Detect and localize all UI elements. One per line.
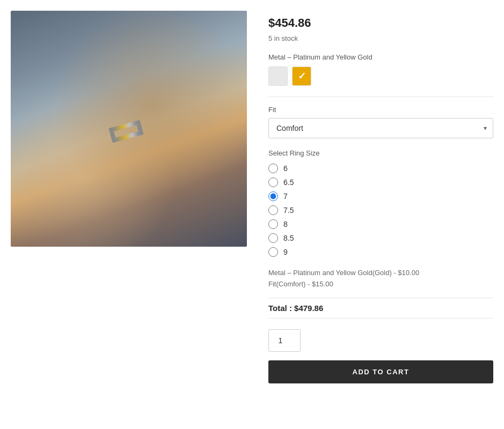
ring-size-label-65: 6.5 [283,178,294,187]
ring-size-label-75: 7.5 [283,206,294,214]
divider-1 [268,97,493,97]
metal-swatches [268,66,493,86]
fit-select-wrapper: Standard Comfort ▾ [268,118,493,138]
page-container: $454.86 5 in stock Metal – Platinum and … [0,0,504,394]
addon-fit-line: Fit(Comfort) - $15.00 [268,279,493,290]
addon-metal-line: Metal – Platinum and Yellow Gold(Gold) -… [268,268,493,279]
fit-select[interactable]: Standard Comfort [268,118,493,138]
ring-size-option-8[interactable]: 8 [268,219,493,229]
ring-size-option-75[interactable]: 7.5 [268,205,493,215]
quantity-section [268,329,493,352]
ring-size-radio-7[interactable] [268,191,278,201]
ring-size-radio-85[interactable] [268,233,278,243]
ring-size-label-85: 8.5 [283,234,294,242]
ring-size-option-6[interactable]: 6 [268,164,493,173]
ring-size-option-65[interactable]: 6.5 [268,177,493,187]
product-image [11,11,247,247]
ring-size-radio-9[interactable] [268,247,278,257]
ring-size-radio-6[interactable] [268,164,278,173]
ring-size-options: 6 6.5 7 7.5 8 8.5 [268,164,493,257]
addon-info: Metal – Platinum and Yellow Gold(Gold) -… [268,268,493,290]
quantity-input[interactable] [268,329,301,352]
stock-status: 5 in stock [268,34,493,42]
ring-size-option-7[interactable]: 7 [268,191,493,201]
swatch-silver[interactable] [268,66,288,86]
swatch-gold[interactable] [292,66,311,86]
ring-size-radio-75[interactable] [268,205,278,215]
ring-size-label-7: 7 [283,192,288,201]
ring-size-label: Select Ring Size [268,149,493,157]
total-section: Total : $479.86 [268,298,493,319]
ring-size-label-8: 8 [283,220,288,228]
add-to-cart-button[interactable]: ADD TO CART [268,360,493,383]
ring-size-radio-65[interactable] [268,177,278,187]
ring-size-label-9: 9 [283,248,288,256]
metal-label: Metal – Platinum and Yellow Gold [268,53,493,61]
ring-size-option-9[interactable]: 9 [268,247,493,257]
ring-size-radio-8[interactable] [268,219,278,229]
product-details-section: $454.86 5 in stock Metal – Platinum and … [268,11,493,383]
fit-label: Fit [268,106,493,114]
product-price: $454.86 [268,16,493,30]
product-image-section [11,11,247,247]
ring-size-option-85[interactable]: 8.5 [268,233,493,243]
ring-size-label-6: 6 [283,164,288,173]
total-label: Total : $479.86 [268,304,323,313]
